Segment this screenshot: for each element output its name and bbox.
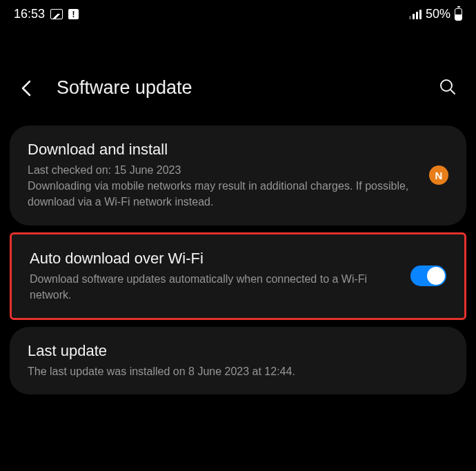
download-install-last-checked: Last checked on: 15 June 2023 <box>28 162 418 178</box>
toggle-thumb <box>427 267 445 285</box>
search-icon <box>439 78 457 96</box>
battery-text: 50% <box>426 7 450 21</box>
status-right: 50% <box>409 7 462 21</box>
picture-icon <box>50 9 63 19</box>
back-button[interactable] <box>17 76 37 101</box>
download-install-title: Download and install <box>28 141 418 159</box>
signal-icon <box>409 9 422 19</box>
notification-badge: N <box>429 166 448 185</box>
page-title: Software update <box>57 77 417 99</box>
last-update-card[interactable]: Last update The last update was installe… <box>10 327 466 394</box>
download-install-card[interactable]: Download and install Last checked on: 15… <box>10 126 466 226</box>
search-button[interactable] <box>436 75 459 101</box>
last-update-title: Last update <box>28 342 448 360</box>
last-update-description: The last update was installed on 8 June … <box>28 363 448 379</box>
header: Software update <box>0 26 476 119</box>
status-time: 16:53 <box>14 7 45 21</box>
battery-icon <box>455 8 462 21</box>
status-left: 16:53 ! <box>14 7 79 21</box>
svg-line-1 <box>450 90 455 94</box>
auto-download-description: Download software updates automatically … <box>30 271 399 303</box>
download-install-description: Downloading via mobile networks may resu… <box>28 178 418 210</box>
auto-download-toggle[interactable] <box>410 265 446 286</box>
auto-download-title: Auto download over Wi-Fi <box>30 250 399 268</box>
status-bar: 16:53 ! 50% <box>0 0 476 26</box>
chevron-left-icon <box>19 79 34 98</box>
auto-download-card[interactable]: Auto download over Wi-Fi Download softwa… <box>10 232 466 320</box>
exclamation-icon: ! <box>68 9 79 19</box>
